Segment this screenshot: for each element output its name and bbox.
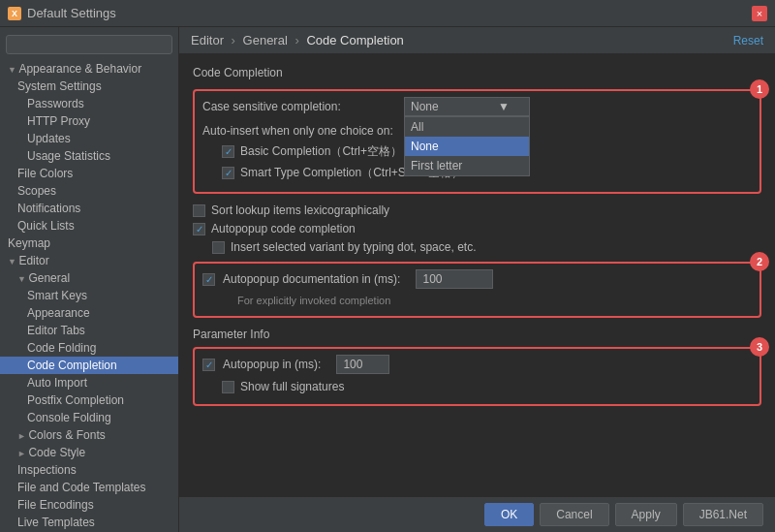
sidebar: ▼ Appearance & BehaviorSystem SettingsPa… xyxy=(0,27,179,532)
sidebar-item-label-auto-import: Auto Import xyxy=(27,376,87,390)
parameter-info-title: Parameter Info xyxy=(193,328,761,341)
dropdown-arrow-icon: ▼ xyxy=(498,100,510,113)
basic-completion-checkbox[interactable] xyxy=(222,145,234,158)
sidebar-item-inspections[interactable]: Inspections xyxy=(0,461,178,479)
callout-3: 3 xyxy=(750,337,769,357)
sidebar-item-http-proxy[interactable]: HTTP Proxy xyxy=(0,112,178,130)
param-autopopup-row: Autopopup in (ms): xyxy=(202,355,752,374)
sidebar-item-smart-keys[interactable]: Smart Keys xyxy=(0,287,178,304)
sidebar-item-postfix-completion[interactable]: Postfix Completion xyxy=(0,391,178,409)
explicit-label: For explicitly invoked completion xyxy=(237,295,752,306)
sidebar-item-passwords[interactable]: Passwords xyxy=(0,95,178,112)
sort-lookup-row: Sort lookup items lexicographically xyxy=(193,203,761,217)
sidebar-item-file-code-templates[interactable]: File and Code Templates xyxy=(0,479,178,496)
sidebar-item-label-code-style: Code Style xyxy=(28,446,85,459)
sidebar-item-label-code-completion: Code Completion xyxy=(27,359,117,372)
sidebar-item-code-completion[interactable]: Code Completion xyxy=(0,357,178,374)
sidebar-item-updates[interactable]: Updates xyxy=(0,130,178,147)
sidebar-item-code-style[interactable]: ► Code Style xyxy=(0,444,178,461)
close-button[interactable]: × xyxy=(752,6,767,21)
sidebar-item-general[interactable]: ▼ General xyxy=(0,269,178,287)
sidebar-item-editor[interactable]: ▼ Editor xyxy=(0,252,178,269)
sidebar-item-auto-import[interactable]: Auto Import xyxy=(0,374,178,391)
insert-selected-checkbox[interactable] xyxy=(212,241,225,254)
window-title: Default Settings xyxy=(27,6,116,20)
dropdown-container: None ▼ All None First letter xyxy=(404,97,530,116)
sidebar-item-label-updates: Updates xyxy=(27,132,71,145)
sidebar-item-label-live-templates: Live Templates xyxy=(17,516,95,529)
sidebar-item-keymap[interactable]: Keymap xyxy=(0,235,178,252)
sidebar-item-appearance-behavior[interactable]: ▼ Appearance & Behavior xyxy=(0,60,178,78)
sidebar-item-label-file-code-templates: File and Code Templates xyxy=(17,481,146,494)
callout-1: 1 xyxy=(750,79,769,99)
ok-button[interactable]: OK xyxy=(484,503,534,526)
sidebar-item-system-settings[interactable]: System Settings xyxy=(0,78,178,95)
sidebar-item-label-editor-tabs: Editor Tabs xyxy=(27,324,85,337)
param-autopopup-label: Autopopup in (ms): xyxy=(223,358,321,371)
param-autopopup-input[interactable] xyxy=(336,355,389,374)
sidebar-item-label-http-proxy: HTTP Proxy xyxy=(27,114,90,128)
title-bar-left: X Default Settings xyxy=(8,6,116,20)
sidebar-item-editor-tabs[interactable]: Editor Tabs xyxy=(0,322,178,339)
insert-selected-row: Insert selected variant by typing dot, s… xyxy=(212,240,761,254)
sidebar-item-colors-fonts[interactable]: ► Colors & Fonts xyxy=(0,426,178,444)
sidebar-item-label-inspections: Inspections xyxy=(17,463,77,477)
content-body: Code Completion 1 Case sensitive complet… xyxy=(179,54,775,496)
sidebar-item-file-encodings[interactable]: File Encodings xyxy=(0,496,178,514)
sidebar-item-notifications[interactable]: Notifications xyxy=(0,200,178,217)
show-signatures-checkbox[interactable] xyxy=(222,381,234,393)
auto-insert-label: Auto-insert when only one choice on: xyxy=(202,124,396,138)
callout-box-3: 3 Autopopup in (ms): Show full signature… xyxy=(193,347,761,406)
help-button[interactable]: JB61.Net xyxy=(683,503,763,526)
content-area: Editor › General › Code Completion Reset… xyxy=(179,27,775,532)
autopopup-doc-input[interactable] xyxy=(416,269,493,289)
dropdown-option-none[interactable]: None xyxy=(405,137,529,156)
param-autopopup-checkbox[interactable] xyxy=(202,359,215,371)
sidebar-item-label-code-folding: Code Folding xyxy=(27,341,96,355)
sidebar-item-label-system-settings: System Settings xyxy=(17,79,102,93)
dropdown-list: All None First letter xyxy=(404,116,530,176)
cancel-button[interactable]: Cancel xyxy=(540,503,608,526)
autopopup-row: Autopopup code completion xyxy=(193,222,761,235)
content-header: Editor › General › Code Completion Reset xyxy=(179,27,775,54)
sidebar-item-label-editor: Editor xyxy=(18,254,48,267)
sidebar-item-label-file-encodings: File Encodings xyxy=(17,498,94,512)
sidebar-item-label-quick-lists: Quick Lists xyxy=(17,219,75,233)
sort-lookup-checkbox[interactable] xyxy=(193,204,205,217)
sidebar-item-file-colors[interactable]: File Colors xyxy=(0,165,178,182)
sidebar-item-label-colors-fonts: Colors & Fonts xyxy=(28,428,105,442)
sidebar-item-label-smart-keys: Smart Keys xyxy=(27,289,87,302)
title-bar: X Default Settings × xyxy=(0,0,775,27)
sidebar-item-label-passwords: Passwords xyxy=(27,97,84,110)
dropdown-option-all[interactable]: All xyxy=(405,117,529,137)
autopopup-doc-label: Autopopup documentation in (ms): xyxy=(223,272,400,286)
sidebar-item-label-appearance-behavior: Appearance & Behavior xyxy=(18,62,141,76)
autopopup-checkbox[interactable] xyxy=(193,223,205,235)
dropdown-option-first[interactable]: First letter xyxy=(405,156,529,175)
smart-completion-checkbox[interactable] xyxy=(222,167,234,179)
sidebar-item-label-console-folding: Console Folding xyxy=(27,411,111,424)
sidebar-item-quick-lists[interactable]: Quick Lists xyxy=(0,217,178,235)
callout-box-1: 1 Case sensitive completion: None ▼ All … xyxy=(193,89,761,194)
sidebar-item-label-scopes: Scopes xyxy=(17,184,56,198)
reset-button[interactable]: Reset xyxy=(733,34,763,47)
apply-button[interactable]: Apply xyxy=(615,503,677,526)
insert-selected-label: Insert selected variant by typing dot, s… xyxy=(231,240,476,254)
sidebar-item-label-usage-statistics: Usage Statistics xyxy=(27,149,110,163)
sidebar-item-live-templates[interactable]: Live Templates xyxy=(0,514,178,531)
breadcrumb: Editor › General › Code Completion xyxy=(191,33,404,47)
breadcrumb-part1: Editor xyxy=(191,33,224,47)
breadcrumb-sep2: › xyxy=(294,33,298,47)
sidebar-item-scopes[interactable]: Scopes xyxy=(0,182,178,200)
sidebar-item-appearance[interactable]: Appearance xyxy=(0,304,178,322)
autopopup-label: Autopopup code completion xyxy=(211,222,356,235)
breadcrumb-sep1: › xyxy=(232,33,235,47)
autopopup-doc-row: Autopopup documentation in (ms): xyxy=(202,269,752,289)
sidebar-item-usage-statistics[interactable]: Usage Statistics xyxy=(0,147,178,165)
sidebar-item-code-folding[interactable]: Code Folding xyxy=(0,339,178,357)
search-input[interactable] xyxy=(6,35,172,54)
dropdown-button[interactable]: None ▼ xyxy=(404,97,530,116)
show-signatures-row: Show full signatures xyxy=(222,380,752,393)
sidebar-item-console-folding[interactable]: Console Folding xyxy=(0,409,178,426)
autopopup-doc-checkbox[interactable] xyxy=(202,273,215,286)
